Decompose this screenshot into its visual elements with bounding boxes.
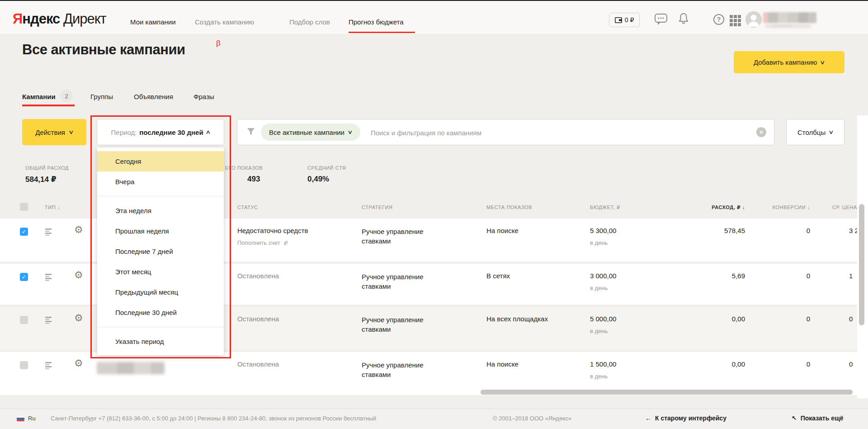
- campaign-type-icon: [45, 229, 54, 236]
- balance-button[interactable]: 0 ₽: [609, 13, 640, 27]
- campaign-type-icon: [45, 317, 54, 324]
- menu-item-yesterday[interactable]: Вчера: [97, 172, 224, 192]
- select-all-checkbox[interactable]: [20, 203, 28, 211]
- period-dropdown[interactable]: Период: последние 30 дней ∧: [97, 119, 224, 145]
- menu-item-custom-period[interactable]: Указать период: [97, 331, 224, 352]
- nav-budget-forecast[interactable]: Прогноз бюджета: [349, 18, 404, 26]
- budget-period-note: в день: [590, 373, 608, 380]
- budget-period-note: в день: [590, 239, 608, 246]
- app-root: Яндекс Директ Мои кампании Создать кампа…: [0, 0, 868, 429]
- campaign-strategy: Ручное управление ставками: [362, 227, 443, 246]
- campaign-budget: 5 000,00: [590, 315, 616, 323]
- column-header-avg-cpc[interactable]: СР. ЦЕНА КЛ: [832, 205, 859, 210]
- balance-value: 0 ₽: [625, 16, 634, 24]
- campaign-budget: 5 300,00: [590, 227, 616, 234]
- campaign-spend: 578,45: [678, 227, 745, 234]
- filter-funnel-icon: [246, 127, 255, 136]
- language-selector[interactable]: Ru: [28, 415, 36, 422]
- campaign-placement: На всех площадках: [486, 315, 548, 323]
- search-input[interactable]: [370, 125, 742, 140]
- menu-item-previous-month[interactable]: Предыдущий месяц: [97, 282, 224, 302]
- footer-phones: Санкт-Петербург +7 (812) 633-36-00, с 5:…: [51, 415, 376, 422]
- nav-keyword-selection[interactable]: Подбор слов: [289, 18, 330, 26]
- gear-icon[interactable]: ⚙: [74, 224, 83, 236]
- chat-icon[interactable]: [655, 14, 667, 25]
- gear-icon[interactable]: ⚙: [74, 312, 83, 324]
- columns-button[interactable]: Столбцы ∨: [786, 119, 844, 145]
- page-title: Все активные кампании: [22, 42, 185, 58]
- column-header-conversions[interactable]: КОНВЕРСИИ ↓: [758, 205, 810, 210]
- menu-divider: [97, 327, 224, 327]
- tab-groups[interactable]: Группы: [90, 93, 113, 100]
- chevron-down-icon: ∨: [828, 129, 834, 135]
- nav-create-campaign[interactable]: Создать кампанию: [195, 18, 254, 26]
- campaign-conversions: 0: [758, 272, 810, 280]
- old-interface-link[interactable]: ← К старому интерфейсу: [645, 415, 726, 422]
- campaign-conversions: 0: [758, 360, 810, 368]
- stat-total-spend-value: 584,14 ₽: [25, 175, 57, 184]
- menu-item-today[interactable]: Сегодня: [97, 151, 224, 172]
- row-checkbox[interactable]: [20, 316, 28, 324]
- campaign-placement: В сетях: [486, 272, 510, 280]
- active-nav-underline: [349, 32, 415, 33]
- campaign-strategy: Ручное управление ставками: [362, 360, 443, 379]
- table-row: ⚙ Остановлена Ручное управление ставками…: [0, 352, 857, 395]
- tab-ads[interactable]: Объявления: [134, 93, 173, 100]
- campaign-placement: На поиске: [486, 227, 519, 234]
- column-header-budget[interactable]: БЮДЖЕТ, ₽: [590, 205, 620, 210]
- campaign-placement: На поиске: [486, 360, 519, 368]
- nav-my-campaigns[interactable]: Мои кампании: [130, 18, 176, 26]
- sort-down-icon: ↓: [807, 205, 810, 210]
- column-header-spend[interactable]: РАСХОД, ₽ ↓: [678, 205, 745, 210]
- tab-phrases[interactable]: Фразы: [193, 93, 214, 100]
- menu-item-last-30-days[interactable]: Последние 30 дней: [97, 302, 224, 323]
- menu-item-this-week[interactable]: Эта неделя: [97, 200, 224, 221]
- gear-icon[interactable]: ⚙: [74, 358, 83, 369]
- chevron-down-icon: ∨: [820, 59, 826, 66]
- column-header-type[interactable]: ТИП ↓: [45, 205, 60, 210]
- budget-period-note: в день: [590, 328, 608, 334]
- clear-search-icon[interactable]: ✕: [756, 127, 766, 137]
- stat-avg-ctr-value: 0,49%: [307, 175, 329, 184]
- row-checkbox[interactable]: ✓: [20, 273, 28, 281]
- column-header-placements[interactable]: МЕСТА ПОКАЗОВ: [486, 205, 532, 210]
- campaign-spend: 0,00: [678, 315, 745, 323]
- campaign-status: Остановлена: [237, 315, 279, 323]
- period-dropdown-menu: Сегодня Вчера Эта неделя Прошлая неделя …: [97, 148, 224, 355]
- campaign-conversions: 0: [758, 315, 810, 323]
- campaign-spend: 5,69: [678, 272, 745, 280]
- campaign-strategy: Ручное управление ставками: [362, 272, 443, 291]
- horizontal-scrollbar[interactable]: [481, 390, 853, 395]
- add-campaign-button[interactable]: Добавить кампанию ∨: [734, 51, 844, 73]
- menu-item-last-7-days[interactable]: Последние 7 дней: [97, 241, 224, 262]
- gear-icon[interactable]: ⚙: [74, 269, 83, 281]
- menu-item-last-week[interactable]: Прошлая неделя: [97, 221, 224, 241]
- active-tab-underline: [22, 105, 75, 106]
- top-up-account-link[interactable]: Пополнить счет: [237, 239, 288, 246]
- menu-item-this-month[interactable]: Этот месяц: [97, 262, 224, 282]
- campaign-type-icon: [45, 274, 54, 281]
- budget-period-note: в день: [590, 285, 608, 291]
- vertical-scrollbar[interactable]: [859, 204, 864, 325]
- campaigns-count-badge: 2: [60, 90, 73, 102]
- bell-icon[interactable]: [678, 13, 689, 24]
- row-checkbox[interactable]: [20, 361, 28, 369]
- tab-campaigns[interactable]: Кампании: [22, 93, 56, 100]
- column-header-status[interactable]: СТАТУС: [237, 205, 258, 210]
- attach-link-icon: [283, 240, 288, 246]
- row-checkbox[interactable]: ✓: [20, 228, 28, 236]
- column-header-strategy[interactable]: СТРАТЕГИЯ: [362, 205, 393, 210]
- show-more-arrow-icon: ↖: [792, 415, 797, 422]
- campaign-type-icon: [45, 362, 54, 369]
- actions-button[interactable]: Действия ∨: [22, 119, 86, 145]
- campaign-name-redacted: [97, 362, 165, 374]
- active-filter-pill[interactable]: Все активные кампании ∨: [261, 124, 360, 141]
- sort-down-icon: ↓: [57, 205, 60, 210]
- campaign-strategy: Ручное управление ставками: [362, 315, 443, 334]
- yandex-direct-logo[interactable]: Яндекс Директ: [13, 11, 106, 27]
- avatar[interactable]: [745, 11, 762, 28]
- help-icon[interactable]: ?: [713, 14, 724, 25]
- services-grid-icon[interactable]: [730, 15, 741, 27]
- campaign-avg-cpc-clipped: 0: [849, 360, 857, 368]
- show-more-link[interactable]: ↖ Показать ещё: [792, 415, 844, 422]
